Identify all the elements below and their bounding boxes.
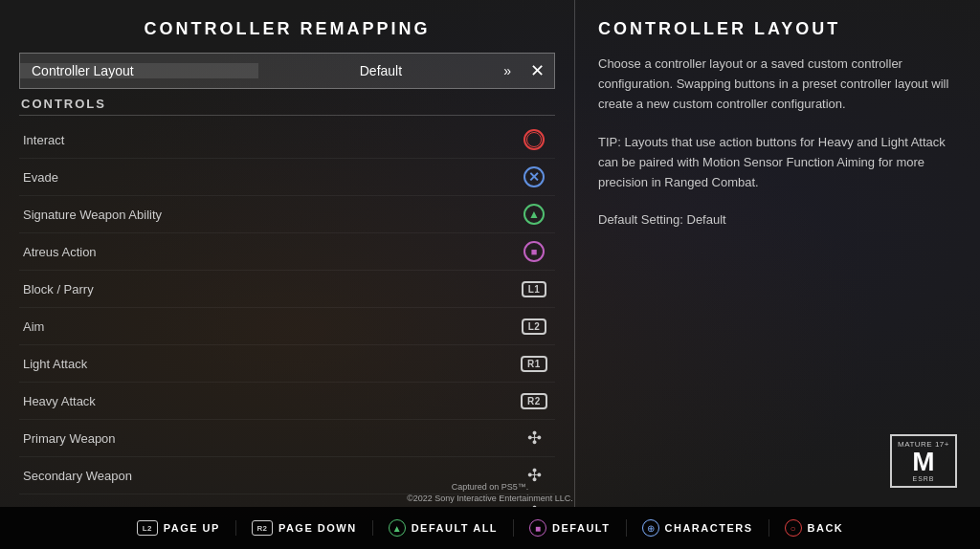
control-button-evade: ✕ bbox=[517, 164, 551, 190]
right-panel-title: CONTROLLER LAYOUT bbox=[598, 19, 957, 39]
esrb-badge: MATURE 17+ M ESRB bbox=[890, 434, 957, 488]
control-item-atreus[interactable]: Atreus Action ■ bbox=[19, 233, 555, 271]
square-icon: ■ bbox=[523, 241, 545, 262]
left-panel-title: CONTROLLER REMAPPING bbox=[19, 19, 555, 39]
globe-button-icon: ⊕ bbox=[642, 519, 659, 537]
control-name-signature: Signature Weapon Ability bbox=[23, 208, 162, 222]
left-panel: CONTROLLER REMAPPING Controller Layout D… bbox=[0, 0, 574, 507]
control-button-secondary-weapon: ✣ bbox=[517, 462, 551, 489]
right-description: Choose a controller layout or a saved cu… bbox=[598, 55, 957, 114]
right-panel: CONTROLLER LAYOUT Choose a controller la… bbox=[575, 0, 980, 507]
control-name-atreus: Atreus Action bbox=[23, 245, 97, 259]
layout-close-icon[interactable]: ✕ bbox=[521, 60, 554, 81]
r2-button-icon: R2 bbox=[252, 520, 273, 536]
page-up-label: PAGE UP bbox=[164, 522, 220, 534]
control-name-interact: Interact bbox=[23, 133, 64, 147]
control-item-secondary-weapon[interactable]: Secondary Weapon ✣ bbox=[19, 457, 555, 494]
dpad-icon: ✣ bbox=[527, 429, 542, 447]
bottom-action-page-up[interactable]: L2 PAGE UP bbox=[122, 520, 236, 536]
r1-icon: R1 bbox=[521, 356, 547, 372]
control-item-light-attack[interactable]: Light Attack R1 bbox=[19, 345, 555, 383]
characters-label: CHARACTERS bbox=[665, 522, 753, 534]
l1-icon: L1 bbox=[522, 281, 547, 297]
r2-icon: R2 bbox=[521, 393, 547, 409]
control-name-primary-weapon: Primary Weapon bbox=[23, 431, 116, 446]
bottom-action-back[interactable]: ○ BACK bbox=[769, 519, 859, 537]
control-name-evade: Evade bbox=[23, 170, 58, 185]
bottom-action-page-down[interactable]: R2 PAGE DOWN bbox=[236, 520, 373, 536]
l2-button-icon: L2 bbox=[137, 520, 158, 536]
default-all-label: DEFAULT ALL bbox=[412, 522, 498, 534]
triangle-button-icon: ▲ bbox=[389, 519, 406, 537]
control-button-heavy-attack: R2 bbox=[517, 387, 551, 414]
esrb-m-rating: M bbox=[898, 449, 949, 475]
control-button-aim: L2 bbox=[517, 313, 551, 340]
control-item-primary-weapon[interactable]: Primary Weapon ✣ bbox=[19, 420, 555, 457]
control-item-bare-hands[interactable]: Bare Hands ✣ bbox=[19, 494, 555, 507]
control-name-secondary-weapon: Secondary Weapon bbox=[23, 469, 132, 483]
esrb-label: ESRB bbox=[898, 475, 949, 482]
triangle-icon: ▲ bbox=[523, 204, 545, 225]
control-name-light-attack: Light Attack bbox=[23, 357, 87, 371]
square-button-icon: ■ bbox=[529, 519, 546, 537]
control-name-aim: Aim bbox=[23, 319, 44, 334]
control-item-heavy-attack[interactable]: Heavy Attack R2 bbox=[19, 383, 555, 420]
circle-button-icon: ○ bbox=[785, 519, 802, 537]
control-name-block: Block / Parry bbox=[23, 282, 94, 296]
controls-list: Interact Evade ✕ Signature Weapon Abilit… bbox=[19, 121, 555, 507]
dpad-icon-2: ✣ bbox=[527, 467, 542, 484]
control-button-bare-hands: ✣ bbox=[517, 499, 551, 507]
control-item-interact[interactable]: Interact bbox=[19, 121, 555, 159]
right-default-setting: Default Setting: Default bbox=[598, 212, 957, 227]
control-item-aim[interactable]: Aim L2 bbox=[19, 308, 555, 345]
cross-icon: ✕ bbox=[523, 166, 545, 187]
circle-icon bbox=[523, 129, 545, 150]
control-button-block: L1 bbox=[517, 275, 551, 302]
layout-value: Default bbox=[258, 63, 504, 78]
control-button-interact bbox=[517, 126, 551, 153]
controller-layout-row[interactable]: Controller Layout Default » ✕ bbox=[19, 53, 555, 89]
back-label: BACK bbox=[808, 522, 844, 534]
layout-label: Controller Layout bbox=[20, 63, 258, 78]
bottom-action-default-all[interactable]: ▲ DEFAULT ALL bbox=[373, 519, 514, 537]
control-item-evade[interactable]: Evade ✕ bbox=[19, 159, 555, 196]
bottom-bar: L2 PAGE UP R2 PAGE DOWN ▲ DEFAULT ALL ■ … bbox=[0, 507, 980, 549]
layout-arrow-icon: » bbox=[503, 63, 521, 78]
control-button-atreus: ■ bbox=[517, 238, 551, 265]
bottom-action-characters[interactable]: ⊕ CHARACTERS bbox=[627, 519, 769, 537]
control-button-primary-weapon: ✣ bbox=[517, 425, 551, 451]
right-tip: TIP: Layouts that use action buttons for… bbox=[598, 133, 957, 192]
controls-header: CONTROLS bbox=[19, 97, 555, 116]
control-item-block[interactable]: Block / Parry L1 bbox=[19, 271, 555, 308]
page-down-label: PAGE DOWN bbox=[278, 522, 357, 534]
control-button-signature: ▲ bbox=[517, 201, 551, 228]
l2-icon: L2 bbox=[522, 318, 547, 335]
control-item-signature[interactable]: Signature Weapon Ability ▲ bbox=[19, 196, 555, 233]
control-name-heavy-attack: Heavy Attack bbox=[23, 394, 96, 408]
default-label: DEFAULT bbox=[552, 522, 610, 534]
bottom-action-default[interactable]: ■ DEFAULT bbox=[514, 519, 626, 537]
control-button-light-attack: R1 bbox=[517, 350, 551, 377]
